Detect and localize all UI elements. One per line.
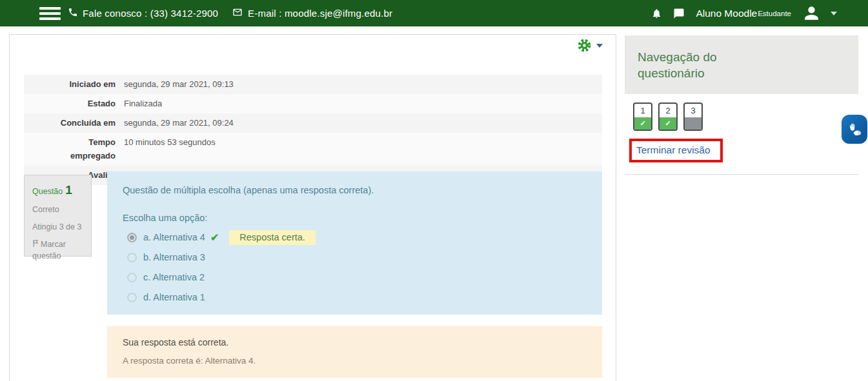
row-label: Estado	[24, 94, 116, 113]
contact-phone: Fale conosco : (33) 3412-2900	[68, 7, 218, 19]
option-b-label: b. Alternativa 3	[143, 252, 205, 262]
user-role: Estudante	[758, 10, 791, 17]
row-label: Concluída em	[24, 113, 116, 133]
answer-option-a: a. Alternativa 4 ✔ Resposta certa.	[127, 231, 587, 243]
question-nav-button-2[interactable]: 2 ✓	[658, 103, 678, 131]
nav-button-neutral-state	[685, 117, 701, 130]
settings-gear-icon[interactable]	[578, 39, 591, 52]
question-nav-buttons: 1 ✓ 2 ✓ 3	[633, 103, 850, 131]
radio-option-c[interactable]	[127, 273, 137, 282]
question-content: Questão de múltipla escolha (apenas uma …	[107, 171, 602, 315]
top-navigation-bar: Fale conosco : (33) 3412-2900 E-mail : m…	[0, 0, 868, 26]
answer-option-c: c. Alternativa 2	[127, 271, 587, 283]
quiz-review-card: Iniciado em segunda, 29 mar 2021, 09:13 …	[9, 34, 616, 381]
sidebar-body: 1 ✓ 2 ✓ 3 Terminar revisão	[625, 94, 858, 175]
red-highlight-annotation: Terminar revisão	[629, 139, 723, 162]
flag-icon	[32, 239, 39, 248]
nav-button-number: 2	[660, 104, 676, 117]
hamburger-menu-icon[interactable]	[39, 7, 61, 20]
option-c-label: c. Alternativa 2	[143, 272, 205, 282]
table-row: Estado Finalizada	[24, 94, 602, 113]
question-state: Correto	[32, 204, 83, 215]
feedback-correct-answer-text: A resposta correta é: Alternativa 4.	[123, 356, 587, 366]
flag-question-link[interactable]: Marcar questão	[32, 239, 83, 262]
vlibras-accessibility-button[interactable]	[842, 115, 867, 144]
user-avatar-icon[interactable]	[802, 3, 822, 23]
row-value: 10 minutos 53 segundos	[116, 133, 602, 165]
question-info-box: Questão1 Correto Atingiu 3 de 3 Marcar q…	[24, 175, 92, 257]
attempt-summary-table: Iniciado em segunda, 29 mar 2021, 09:13 …	[24, 75, 602, 185]
question-number: 1	[65, 183, 72, 197]
option-d-label: d. Alternativa 1	[143, 292, 205, 302]
table-row: Concluída em segunda, 29 mar 2021, 09:24	[24, 113, 602, 133]
nav-button-correct-check-icon: ✓	[660, 117, 676, 130]
option-feedback-highlight: Resposta certa.	[229, 230, 316, 245]
nav-button-number: 1	[634, 104, 651, 117]
answer-option-d: d. Alternativa 1	[127, 291, 587, 303]
answer-option-b: b. Alternativa 3	[127, 251, 587, 263]
user-name[interactable]: Aluno Moodle	[696, 8, 757, 19]
feedback-result-text: Sua resposta está correta.	[123, 337, 587, 347]
question-nav-button-1[interactable]: 1 ✓	[633, 103, 652, 131]
question-grade: Atingiu 3 de 3	[32, 222, 83, 232]
sign-language-hands-icon	[846, 121, 863, 138]
choose-option-label: Escolha uma opção:	[123, 213, 587, 223]
question-nav-button-3[interactable]: 3	[683, 103, 703, 131]
option-a-label: a. Alternativa 4	[143, 232, 205, 242]
radio-option-a[interactable]	[127, 233, 137, 242]
contact-email-label: E-mail : moodle.sje@ifmg.edu.br	[248, 8, 392, 19]
radio-option-d[interactable]	[127, 293, 137, 302]
table-row: Tempo empregado 10 minutos 53 segundos	[24, 133, 602, 165]
finish-review-link[interactable]: Terminar revisão	[636, 144, 711, 155]
question-label: Questão	[32, 187, 63, 196]
messages-chat-icon[interactable]	[673, 8, 685, 19]
contact-email: E-mail : moodle.sje@ifmg.edu.br	[232, 7, 392, 19]
row-value: segunda, 29 mar 2021, 09:24	[116, 113, 602, 133]
envelope-icon	[232, 7, 243, 19]
row-value: segunda, 29 mar 2021, 09:13	[116, 75, 602, 94]
sidebar-title: Navegação do questionário	[638, 49, 747, 82]
nav-button-correct-check-icon: ✓	[634, 117, 651, 130]
user-menu-caret-down-icon[interactable]	[831, 12, 837, 15]
table-row: Iniciado em segunda, 29 mar 2021, 09:13	[24, 75, 602, 94]
row-value: Finalizada	[116, 94, 602, 113]
row-label: Iniciado em	[24, 75, 116, 94]
row-label: Tempo empregado	[24, 133, 116, 165]
question-prompt: Questão de múltipla escolha (apenas uma …	[123, 185, 587, 195]
contact-phone-label: Fale conosco : (33) 3412-2900	[83, 8, 218, 19]
question-feedback-box: Sua resposta está correta. A resposta co…	[107, 326, 602, 378]
settings-caret-down-icon[interactable]	[596, 44, 603, 48]
radio-option-b[interactable]	[127, 253, 137, 262]
sidebar-header: Navegação do questionário	[625, 35, 858, 94]
quiz-navigation-sidebar: Navegação do questionário 1 ✓ 2 ✓ 3 Term…	[625, 35, 858, 175]
phone-icon	[68, 7, 78, 19]
correct-check-icon: ✔	[210, 231, 219, 244]
notifications-bell-icon[interactable]	[651, 8, 662, 19]
nav-button-number: 3	[685, 104, 701, 117]
